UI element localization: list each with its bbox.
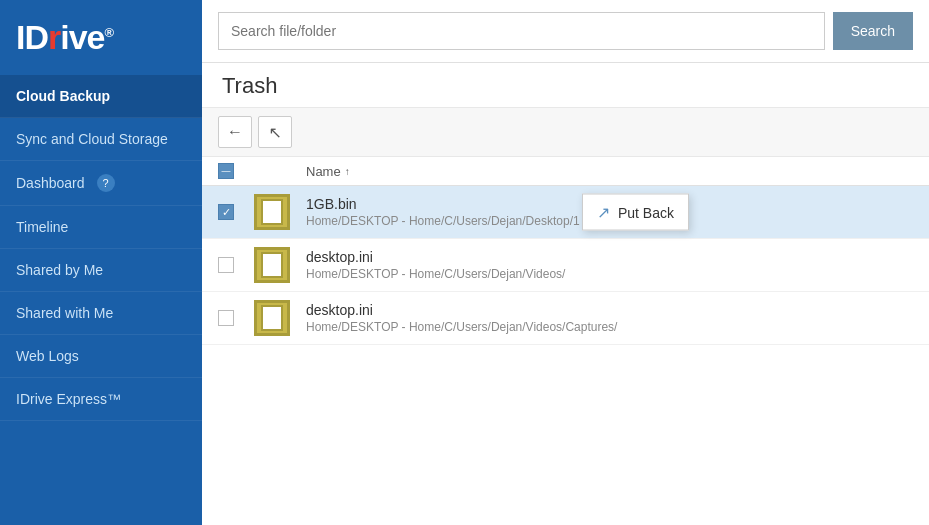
back-icon: ← [227,123,243,141]
row-checkbox-2[interactable] [218,257,234,273]
search-input[interactable] [218,12,825,50]
logo-area: IDrive® [0,0,202,75]
file-path-3: Home/DESKTOP - Home/C/Users/Dejan/Videos… [306,320,913,334]
sidebar-item-sync-cloud[interactable]: Sync and Cloud Storage [0,118,202,161]
file-info-3: desktop.ini Home/DESKTOP - Home/C/Users/… [306,302,913,334]
table-row[interactable]: 1GB.bin Home/DESKTOP - Home/C/Users/Deja… [202,186,929,239]
file-table: Name ↑ 1GB.bin Home/DESKTOP - Home/C/Use… [202,157,929,525]
sidebar-item-label: Dashboard [16,175,85,191]
row-checkbox-1[interactable] [218,204,234,220]
file-path-2: Home/DESKTOP - Home/C/Users/Dejan/Videos… [306,267,913,281]
sidebar-item-timeline[interactable]: Timeline [0,206,202,249]
sidebar-item-cloud-backup[interactable]: Cloud Backup [0,75,202,118]
restore-button[interactable]: ↗ [258,116,292,148]
file-icon-2 [254,247,290,283]
file-icon-1 [254,194,290,230]
file-icon-3 [254,300,290,336]
table-row[interactable]: desktop.ini Home/DESKTOP - Home/C/Users/… [202,292,929,345]
page-title-text: Trash [222,73,277,98]
sidebar-item-label: Shared with Me [16,305,113,321]
put-back-icon: ↗ [597,203,610,222]
column-name: Name ↑ [306,164,913,179]
table-row[interactable]: desktop.ini Home/DESKTOP - Home/C/Users/… [202,239,929,292]
context-menu: ↗ Put Back [582,194,689,231]
file-name-2: desktop.ini [306,249,913,265]
sidebar-item-shared-with-me[interactable]: Shared with Me [0,292,202,335]
search-button[interactable]: Search [833,12,913,50]
back-button[interactable]: ← [218,116,252,148]
put-back-label[interactable]: Put Back [618,204,674,220]
row-checkbox-3[interactable] [218,310,234,326]
sort-arrow-icon: ↑ [345,166,350,177]
restore-icon: ↗ [269,123,282,142]
sidebar-item-label: Web Logs [16,348,79,364]
file-info-2: desktop.ini Home/DESKTOP - Home/C/Users/… [306,249,913,281]
sidebar-item-label: Sync and Cloud Storage [16,131,168,147]
select-all-checkbox[interactable] [218,163,234,179]
page-title: Trash [202,63,929,108]
file-toolbar: ← ↗ [202,108,929,157]
main-content: Search Trash ← ↗ Name ↑ [202,0,929,525]
topbar: Search [202,0,929,63]
sidebar-item-label: Shared by Me [16,262,103,278]
sidebar: IDrive® Cloud Backup Sync and Cloud Stor… [0,0,202,525]
file-name-3: desktop.ini [306,302,913,318]
sidebar-item-label: Cloud Backup [16,88,110,104]
logo: IDrive® [16,18,113,57]
sidebar-item-label: Timeline [16,219,68,235]
sidebar-item-dashboard[interactable]: Dashboard ? [0,161,202,206]
help-badge: ? [97,174,115,192]
sidebar-item-label: IDrive Express™ [16,391,121,407]
table-header: Name ↑ [202,157,929,186]
sidebar-item-idrive-express[interactable]: IDrive Express™ [0,378,202,421]
sidebar-item-shared-by-me[interactable]: Shared by Me [0,249,202,292]
sidebar-item-web-logs[interactable]: Web Logs [0,335,202,378]
